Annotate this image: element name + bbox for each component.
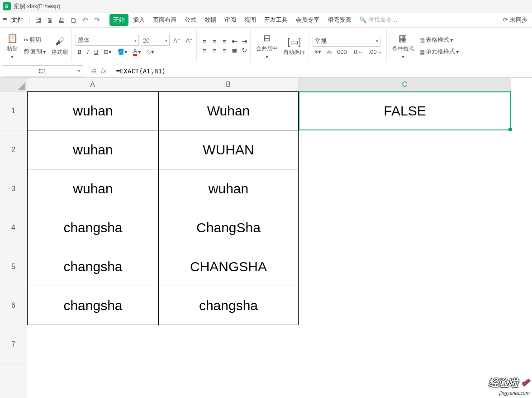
row-header-4[interactable]: 4 <box>0 208 27 247</box>
align-middle-icon[interactable]: ≡ <box>210 37 218 45</box>
cell-b6[interactable]: changsha <box>158 286 299 325</box>
bold-button[interactable]: B <box>76 48 83 56</box>
cell-c3[interactable] <box>299 169 511 208</box>
select-all-corner[interactable] <box>0 78 27 91</box>
spreadsheet-grid: 1 2 3 4 5 6 7 A B C wuhan Wuhan FALSE wu… <box>0 78 532 398</box>
cell-b1[interactable]: Wuhan <box>158 91 299 130</box>
decrease-font-icon[interactable]: A⁻ <box>184 36 195 45</box>
cell-a3[interactable]: wuhan <box>27 169 158 208</box>
align-center-icon[interactable]: ≡ <box>210 46 218 54</box>
separator: | <box>28 17 30 24</box>
borders-button[interactable]: ⊞▾ <box>102 48 114 56</box>
align-top-icon[interactable]: ≡ <box>200 37 209 45</box>
tab-review[interactable]: 审阅 <box>221 14 240 26</box>
row-header-3[interactable]: 3 <box>0 169 27 208</box>
align-left-icon[interactable]: ≡ <box>200 46 209 54</box>
tab-formula[interactable]: 公式 <box>181 14 200 26</box>
auto-wrap-button[interactable]: [▭]自动换行 <box>281 35 307 57</box>
menubar: ≡ 文件 | 🖫 🗎 🖶 🗋 ↶ ↷ | 开始 插入 页面布局 公式 数据 审阅… <box>0 13 532 27</box>
fill-color-button[interactable]: 🪣▾ <box>115 48 129 56</box>
col-header-c[interactable]: C <box>299 78 511 91</box>
file-menu[interactable]: 文件 <box>9 15 26 25</box>
italic-button[interactable]: I <box>85 48 90 56</box>
copy-button[interactable]: 🗐 复制▾ <box>22 47 48 57</box>
paste-button[interactable]: 📋粘贴▾ <box>5 31 20 61</box>
cell-b7[interactable] <box>158 325 299 364</box>
name-box[interactable]: C1▾ <box>2 65 83 77</box>
currency-button[interactable]: ¥▾ <box>313 48 323 56</box>
cell-b5[interactable]: CHANGSHA <box>158 247 299 286</box>
zoom-out-icon[interactable]: ⊖ <box>90 67 96 75</box>
tab-member[interactable]: 会员专享 <box>292 14 323 26</box>
font-name-combo[interactable]: 黑体▾ <box>76 35 139 46</box>
align-group: ≡ ≡ ≡ ⇤ ⇥ ≡ ≡ ≡ ≣ ↻ <box>199 29 251 62</box>
number-format-combo[interactable]: 常规▾ <box>313 36 380 47</box>
table-style-button[interactable]: ▦ 表格样式▾ <box>418 35 461 45</box>
merge-center-button[interactable]: ⊟合并居中▾ <box>254 31 280 61</box>
tab-docer[interactable]: 稻壳资源 <box>324 14 355 26</box>
clear-format-button[interactable]: ◇▾ <box>145 48 156 56</box>
justify-icon[interactable]: ≣ <box>230 46 238 54</box>
comma-button[interactable]: 000 <box>335 48 349 56</box>
cell-c7[interactable] <box>299 325 511 364</box>
cell-a1[interactable]: wuhan <box>27 91 158 130</box>
formula-input[interactable] <box>114 65 532 77</box>
underline-button[interactable]: U <box>92 48 100 56</box>
cell-b4[interactable]: ChangSha <box>158 208 299 247</box>
col-header-b[interactable]: B <box>158 78 299 91</box>
format-painter-button[interactable]: 🖌格式刷 <box>50 35 70 57</box>
cell-a7[interactable] <box>27 325 158 364</box>
increase-font-icon[interactable]: A⁺ <box>171 36 182 45</box>
cond-format-button[interactable]: ▦条件格式▾ <box>390 31 416 61</box>
separator: | <box>105 17 107 24</box>
cut-button[interactable]: ✂ 剪切 <box>22 35 48 45</box>
print-preview-icon[interactable]: 🗋 <box>68 14 79 25</box>
tab-data[interactable]: 数据 <box>201 14 220 26</box>
row-header-5[interactable]: 5 <box>0 247 27 286</box>
formula-bar: C1▾ ⊖ fx <box>0 64 532 78</box>
decrease-decimal-button[interactable]: .0← <box>351 48 365 56</box>
cell-b3[interactable]: wuhan <box>158 169 299 208</box>
row-header-6[interactable]: 6 <box>0 286 27 325</box>
font-size-combo[interactable]: 20▾ <box>141 35 170 46</box>
tab-page-layout[interactable]: 页面布局 <box>149 14 180 26</box>
cell-style-button[interactable]: ▦ 单元格样式▾ <box>418 47 461 57</box>
print-icon[interactable]: 🖶 <box>57 14 67 25</box>
command-search[interactable]: 🔍 查找命令… <box>359 16 398 24</box>
cell-a2[interactable]: wuhan <box>27 130 158 169</box>
align-right-icon[interactable]: ≡ <box>220 46 228 54</box>
save-as-icon[interactable]: 🗎 <box>45 14 56 25</box>
cell-a6[interactable]: changsha <box>27 286 158 325</box>
clipboard-group: 📋粘贴▾ ✂ 剪切 🗐 复制▾ 🖌格式刷 <box>3 29 72 62</box>
row-header-1[interactable]: 1 <box>0 91 27 130</box>
cell-a4[interactable]: changsha <box>27 208 158 247</box>
col-header-a[interactable]: A <box>27 78 158 91</box>
tab-view[interactable]: 视图 <box>241 14 260 26</box>
orientation-icon[interactable]: ↻ <box>240 46 248 54</box>
cell-a5[interactable]: changsha <box>27 247 158 286</box>
fx-icon[interactable]: fx <box>101 67 106 75</box>
cell-c1[interactable]: FALSE <box>299 91 511 130</box>
percent-button[interactable]: % <box>325 48 334 56</box>
tab-dev-tools[interactable]: 开发工具 <box>261 14 291 26</box>
undo-icon[interactable]: ↶ <box>80 14 91 25</box>
indent-decrease-icon[interactable]: ⇤ <box>230 37 238 45</box>
tab-start[interactable]: 开始 <box>109 14 128 26</box>
save-icon[interactable]: 🖫 <box>33 14 44 25</box>
align-bottom-icon[interactable]: ≡ <box>220 37 228 45</box>
cell-c4[interactable] <box>299 208 511 247</box>
indent-increase-icon[interactable]: ⇥ <box>240 37 248 45</box>
row-header-7[interactable]: 7 <box>0 325 27 364</box>
cell-b2[interactable]: WUHAN <box>158 130 299 169</box>
increase-decimal-button[interactable]: .00→ <box>367 48 385 56</box>
window-title: 案例.xlsx(E:/twsp) <box>14 2 60 10</box>
redo-icon[interactable]: ↷ <box>92 14 103 25</box>
cell-c5[interactable] <box>299 247 511 286</box>
font-color-button[interactable]: A▾ <box>131 47 143 57</box>
cell-c2[interactable] <box>299 130 511 169</box>
hamburger-icon[interactable]: ≡ <box>3 16 7 24</box>
row-header-2[interactable]: 2 <box>0 130 27 169</box>
sync-status[interactable]: ⟳ 未同步 <box>503 16 527 24</box>
cell-c6[interactable] <box>299 286 511 325</box>
tab-insert[interactable]: 插入 <box>129 14 148 26</box>
